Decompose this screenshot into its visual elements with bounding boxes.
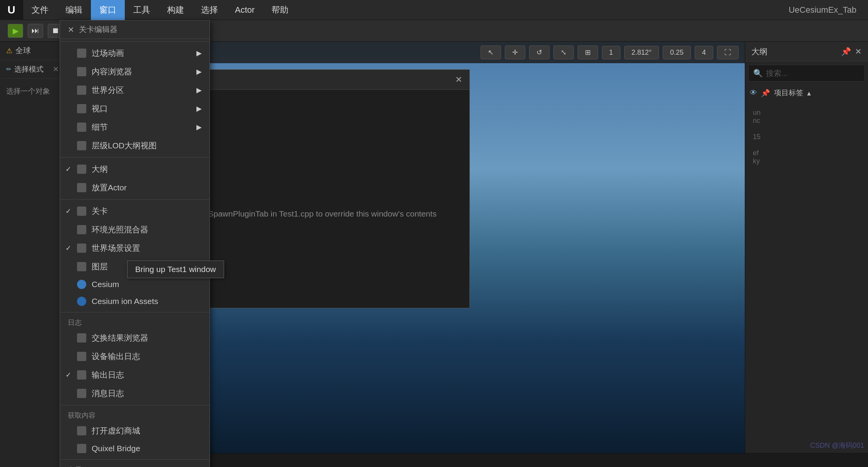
- right-panel: 大纲 📌 ✕ 🔍 搜索... 👁 📌 项目标签 ▴ unnc15efky: [745, 42, 868, 467]
- separator-1: [60, 157, 209, 158]
- world-settings-icon: [77, 244, 86, 253]
- menu-place-actor[interactable]: 放置Actor: [60, 178, 209, 197]
- world-settings-label: 世界场景设置: [92, 243, 140, 254]
- sidebar-mode-label: 选择模式: [14, 64, 44, 74]
- message-log-icon: [77, 389, 86, 398]
- separator-3: [60, 312, 209, 312]
- viewport-rotate-btn[interactable]: ↺: [529, 45, 550, 59]
- menu-message-log[interactable]: 消息日志: [60, 384, 209, 403]
- viewport-icon: [77, 104, 86, 113]
- menu-output-log[interactable]: ✓ 输出日志: [60, 366, 209, 384]
- plugin-window-close-button[interactable]: ✕: [452, 73, 466, 87]
- watermark: CSDN @海码001: [806, 439, 868, 452]
- separator-5: [60, 459, 209, 460]
- get-content-section-label: 获取内容: [60, 408, 209, 422]
- viewport-angle-btn[interactable]: 2.812°: [624, 46, 659, 59]
- outliner-icon: [77, 165, 86, 174]
- menu-outliner[interactable]: ✓ 大纲: [60, 160, 209, 178]
- quixel-bridge-label: Quixel Bridge: [92, 444, 140, 453]
- menu-world-partition[interactable]: 世界分区 ▶: [60, 81, 209, 99]
- separator-0: [60, 41, 209, 42]
- menu-marketplace[interactable]: 打开虚幻商城: [60, 422, 209, 440]
- cutscenes-arrow: ▶: [196, 49, 202, 57]
- layers-label: 图层: [92, 261, 108, 272]
- viewport-arrow: ▶: [196, 104, 202, 113]
- details-label: 细节: [92, 122, 108, 133]
- viewport-grid-num[interactable]: 1: [602, 46, 620, 59]
- dropdown-close-row[interactable]: ✕ 关卡编辑器: [60, 20, 209, 39]
- viewport-scale-btn[interactable]: ⤡: [553, 45, 574, 59]
- menu-device-output-log[interactable]: 设备输出日志: [60, 347, 209, 366]
- output-log-icon: [77, 370, 86, 380]
- menu-edit[interactable]: 编辑: [57, 0, 91, 20]
- menu-tools[interactable]: 工具: [125, 0, 159, 20]
- world-settings-check: ✓: [65, 244, 71, 252]
- menu-env-light[interactable]: 环境光照混合器: [60, 220, 209, 239]
- menu-viewport[interactable]: 视口 ▶: [60, 99, 209, 118]
- sidebar-close-icon[interactable]: ✕: [53, 65, 59, 74]
- menu-cesium[interactable]: Cesium: [60, 276, 209, 293]
- menu-select[interactable]: 选择: [193, 0, 226, 20]
- log-section-label: 日志: [60, 315, 209, 329]
- sidebar-global-label: 全球: [15, 45, 31, 56]
- left-sidebar: ⚠ 全球 ✏ 选择模式 ✕ 选择一个对象: [0, 42, 65, 467]
- menu-content-browser[interactable]: 内容浏览器 ▶: [60, 62, 209, 81]
- cutscenes-icon: [77, 49, 86, 58]
- viewport-res-btn[interactable]: 4: [695, 46, 713, 59]
- viewport-move-btn[interactable]: ✛: [505, 45, 525, 59]
- outliner-hint: unnc15efky: [753, 109, 860, 165]
- menu-file[interactable]: 文件: [23, 0, 57, 20]
- level-icon: [77, 207, 86, 216]
- place-actor-label: 放置Actor: [92, 182, 127, 193]
- filter-label[interactable]: 项目标签: [774, 88, 803, 98]
- device-output-log-icon: [77, 352, 86, 361]
- menu-quixel-bridge[interactable]: Quixel Bridge: [60, 440, 209, 457]
- eye-icon[interactable]: 👁: [750, 89, 757, 97]
- layers-icon: [77, 262, 86, 271]
- window-title: UeCesiumEx_Tab: [789, 5, 868, 15]
- step-button[interactable]: ⏭: [28, 24, 43, 38]
- menu-lod-outliner[interactable]: 层级LOD大纲视图: [60, 136, 209, 155]
- filter-arrow: ▴: [807, 89, 811, 97]
- menu-exchange-browser[interactable]: 交换结果浏览器: [60, 329, 209, 347]
- viewport-grid-btn[interactable]: ⊞: [578, 45, 598, 59]
- lod-outliner-icon: [77, 141, 86, 150]
- detail-hint: 选择一个对象: [0, 79, 65, 104]
- menu-build[interactable]: 构建: [159, 0, 193, 20]
- sidebar-header: ⚠ 全球: [0, 42, 65, 60]
- level-check: ✓: [65, 207, 71, 215]
- menu-help[interactable]: 帮助: [263, 0, 297, 20]
- outliner-label: 大纲: [92, 164, 108, 175]
- menu-world-settings[interactable]: ✓ 世界场景设置: [60, 239, 209, 257]
- cesium-ion-assets-label: Cesium ion Assets: [92, 297, 158, 306]
- viewport-cursor-btn[interactable]: ↖: [481, 45, 501, 59]
- right-panel-search[interactable]: 🔍 搜索...: [748, 65, 865, 82]
- pin-icon2[interactable]: 📌: [761, 89, 770, 97]
- details-arrow: ▶: [196, 123, 202, 131]
- content-browser-arrow: ▶: [196, 67, 202, 76]
- menu-window[interactable]: 窗口: [91, 0, 125, 20]
- viewport-maximize-btn[interactable]: ⛶: [717, 46, 739, 59]
- menu-level[interactable]: ✓ 关卡: [60, 202, 209, 220]
- right-panel-pin-icon[interactable]: 📌: [841, 47, 851, 56]
- world-partition-arrow: ▶: [196, 86, 202, 94]
- right-panel-close-icon[interactable]: ✕: [855, 47, 862, 56]
- menu-cutscenes[interactable]: 过场动画 ▶: [60, 44, 209, 62]
- world-partition-icon: [77, 86, 86, 95]
- play-button[interactable]: ▶: [8, 24, 23, 38]
- viewport-label: 视口: [92, 103, 108, 114]
- lod-outliner-label: 层级LOD大纲视图: [92, 140, 157, 151]
- search-placeholder: 搜索...: [766, 68, 788, 79]
- test1-tooltip: Bring up Test1 window: [127, 260, 224, 278]
- layout-section-label: 布局: [60, 462, 209, 467]
- cesium-icon: [77, 280, 86, 289]
- viewport-speed-btn[interactable]: 0.25: [663, 46, 691, 59]
- menu-cesium-ion-assets[interactable]: Cesium ion Assets: [60, 293, 209, 310]
- menu-actor[interactable]: Actor: [226, 0, 263, 20]
- separator-4: [60, 405, 209, 405]
- output-log-label: 输出日志: [92, 370, 124, 380]
- menu-details[interactable]: 细节 ▶: [60, 118, 209, 136]
- details-icon: [77, 123, 86, 132]
- cutscenes-label: 过场动画: [92, 48, 124, 59]
- device-output-log-label: 设备输出日志: [92, 351, 140, 362]
